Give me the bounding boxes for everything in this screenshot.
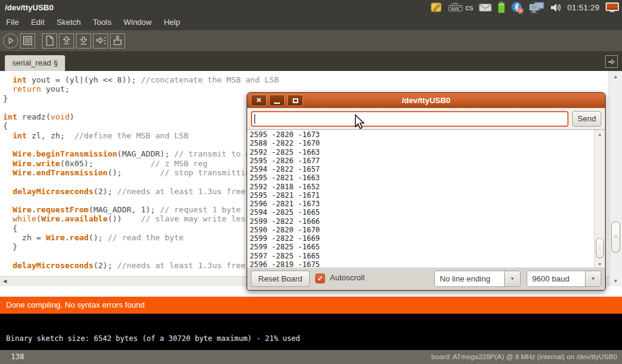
serial-monitor-window: /dev/ttyUSB0 ✕ Send 2595 -2820 -16732588… xyxy=(247,92,606,291)
serial-monitor-button[interactable] xyxy=(110,33,125,49)
editor-scrollbar-thumb[interactable] xyxy=(611,221,620,253)
footer-bar: 138 board: ATmega328P(A) @ 8 MHz (intern… xyxy=(0,350,622,364)
window-title: /dev/ttyUSB0 xyxy=(0,3,53,12)
editor-toolbar xyxy=(0,30,622,52)
scroll-up-icon[interactable]: ▲ xyxy=(595,132,605,136)
line-ending-dropdown[interactable]: No line ending ▼ xyxy=(434,271,521,287)
save-button[interactable] xyxy=(76,33,91,49)
serial-controls: Reset Board ✓ Autoscroll No line ending … xyxy=(247,268,605,290)
serial-scrollbar[interactable]: ▲ ▼ xyxy=(594,130,605,268)
minimize-icon xyxy=(274,103,280,104)
serial-output-line: 2588 -2822 -1670 xyxy=(250,139,320,147)
serial-output-line: 2595 -2821 -1671 xyxy=(250,191,320,200)
serial-output-line: 2592 -2818 -1652 xyxy=(250,183,320,191)
menu-item-sketch[interactable]: Sketch xyxy=(50,15,87,30)
status-bar: Done compiling. No syntax errors found xyxy=(0,297,622,314)
minimize-button[interactable] xyxy=(269,95,285,106)
new-sketch-button[interactable] xyxy=(42,33,57,49)
serial-output-line: 2595 -2821 -1663 xyxy=(250,174,320,182)
serial-output[interactable]: 2595 -2820 -16732588 -2822 -16702592 -28… xyxy=(247,129,605,269)
system-tray: cs 01:51:29 xyxy=(431,0,620,15)
tab-bar: serial_read § xyxy=(0,52,622,71)
mail-icon[interactable] xyxy=(479,3,492,12)
chevron-down-icon[interactable]: ▼ xyxy=(585,271,601,286)
serial-output-line: 2590 -2820 -1670 xyxy=(250,226,320,234)
serial-monitor-titlebar[interactable]: /dev/ttyUSB0 ✕ xyxy=(247,93,605,108)
keyboard-layout-label[interactable]: cs xyxy=(465,3,473,12)
board-info: board: ATmega328P(A) @ 8 MHz (internal) … xyxy=(431,350,617,364)
text-caret xyxy=(255,114,255,124)
close-button[interactable]: ✕ xyxy=(251,95,267,106)
scroll-down-icon[interactable]: ▼ xyxy=(595,262,605,266)
serial-output-line: 2596 -2821 -1673 xyxy=(250,200,320,208)
upload-button[interactable] xyxy=(93,33,108,49)
editor-vertical-scrollbar[interactable]: ▲ ▼ xyxy=(609,71,622,286)
serial-input-row: Send xyxy=(247,108,605,129)
menu-item-help[interactable]: Help xyxy=(158,15,186,30)
autoscroll-label: Autoscroll xyxy=(330,273,364,282)
serial-output-line: 2599 -2822 -1669 xyxy=(250,234,320,243)
serial-output-line: 2597 -2825 -1665 xyxy=(250,252,320,260)
menu-item-tools[interactable]: Tools xyxy=(87,15,117,30)
line-number: 138 xyxy=(11,350,24,364)
serial-output-line: 2595 -2826 -1677 xyxy=(250,157,320,165)
build-console: Binary sketch size: 6542 bytes (of a 307… xyxy=(0,314,622,350)
close-icon: ✕ xyxy=(256,96,261,104)
menu-bar: FileEditSketchToolsWindowHelp xyxy=(0,15,622,30)
serial-input[interactable] xyxy=(251,111,569,127)
serial-output-line: 2594 -2825 -1665 xyxy=(250,208,320,217)
network-icon[interactable] xyxy=(529,2,545,13)
scroll-up-icon[interactable]: ▲ xyxy=(609,74,622,79)
console-output: Binary sketch size: 6542 bytes (of a 307… xyxy=(6,334,300,343)
verify-button[interactable] xyxy=(3,33,18,49)
note-icon[interactable] xyxy=(431,2,443,13)
tab-serial-read[interactable]: serial_read § xyxy=(5,55,65,71)
baud-rate-value: 9600 baud xyxy=(527,271,585,286)
maximize-icon xyxy=(293,98,298,103)
reset-board-button[interactable]: Reset Board xyxy=(251,271,310,287)
maximize-button[interactable] xyxy=(287,95,303,106)
menu-item-edit[interactable]: Edit xyxy=(25,15,50,30)
serial-scrollbar-thumb[interactable] xyxy=(596,238,604,258)
serial-output-lines: 2595 -2820 -16732588 -2822 -16702592 -28… xyxy=(250,130,320,269)
serial-output-line: 2599 -2825 -1665 xyxy=(250,243,320,251)
send-button[interactable]: Send xyxy=(572,111,601,127)
check-icon: ✓ xyxy=(317,275,323,282)
session-icon[interactable] xyxy=(605,2,620,13)
baud-rate-dropdown[interactable]: 9600 baud ▼ xyxy=(527,271,601,287)
tab-menu-button[interactable] xyxy=(605,55,618,68)
serial-output-line: 2592 -2825 -1663 xyxy=(250,148,320,157)
chevron-down-icon[interactable]: ▼ xyxy=(504,271,520,286)
battery-icon[interactable] xyxy=(497,1,505,13)
system-panel: /dev/ttyUSB0 cs 01:5 xyxy=(0,0,622,15)
serial-output-line: 2595 -2820 -1673 xyxy=(250,130,320,139)
menu-item-file[interactable]: File xyxy=(0,15,25,30)
arduino-ide-screen: { "window": { "title": "/dev/ttyUSB0" },… xyxy=(0,0,622,364)
mouse-cursor xyxy=(354,114,365,132)
stop-button[interactable] xyxy=(20,33,35,49)
scroll-left-icon[interactable]: ◀ xyxy=(3,277,7,286)
line-ending-value: No line ending xyxy=(435,271,504,286)
clock[interactable]: 01:51:29 xyxy=(567,3,600,12)
keyboard-icon[interactable]: cs xyxy=(448,2,473,12)
serial-output-line: 2594 -2822 -1657 xyxy=(250,165,320,174)
autoscroll-checkbox[interactable]: ✓ xyxy=(315,274,325,283)
open-button[interactable] xyxy=(59,33,74,49)
scroll-down-icon[interactable]: ▼ xyxy=(609,278,622,284)
code-line: int yout = (yl|(yh << 8)); //concatenate… xyxy=(3,75,607,84)
serial-output-line: 2599 -2822 -1666 xyxy=(250,217,320,226)
menu-item-window[interactable]: Window xyxy=(117,15,157,30)
volume-icon[interactable] xyxy=(550,2,562,13)
bluetooth-icon[interactable] xyxy=(511,1,524,14)
